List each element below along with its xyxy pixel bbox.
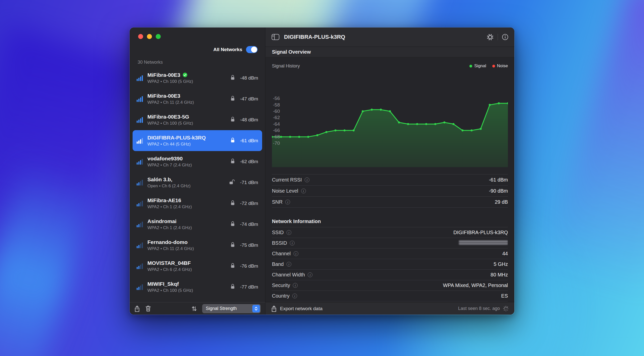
sort-dropdown[interactable]: Signal Strength <box>202 304 261 313</box>
network-list-item[interactable]: DIGIFIBRA-PLUS-k3RQWPA2 • Ch 44 (5 GHz)-… <box>133 130 262 151</box>
network-text-group: MiFibra-00E3WPA2 • Ch 100 (5 GHz) <box>147 72 226 84</box>
unlock-icon <box>229 179 235 186</box>
all-networks-label: All Networks <box>213 47 242 52</box>
row-value: DIGIFIBRA-PLUS-k3RQ <box>453 230 508 235</box>
wifi-signal-bars-icon <box>137 117 143 123</box>
info-icon[interactable]: i <box>292 294 297 298</box>
network-list-item[interactable]: MIWIFI_SkqfWPA2 • Ch 100 (5 GHz)-77 dBm <box>133 276 262 297</box>
lock-icon <box>230 96 235 102</box>
info-button[interactable] <box>502 34 508 40</box>
rssi-value: -75 dBm <box>237 242 258 248</box>
row-label: Current RSSI <box>272 177 302 183</box>
info-icon[interactable]: i <box>290 241 295 245</box>
network-list-item[interactable]: MiFibra-AE16WPA2 • Ch 1 (2.4 GHz)-72 dBm <box>133 193 262 214</box>
titlebar-separator <box>498 34 498 40</box>
network-list-item[interactable]: MiFibra-00E3-5GWPA2 • Ch 100 (5 GHz)-48 … <box>133 109 262 130</box>
lock-icon <box>230 200 235 206</box>
lock-icon <box>230 137 235 144</box>
wifi-signal-bars-icon <box>137 158 143 165</box>
row-label-group: SSIDi <box>272 230 291 235</box>
detail-footer: Export network data Last seen 8 sec. ago <box>265 302 514 315</box>
network-list-item[interactable]: vodafone9390WPA2 • Ch 7 (2.4 GHz)-62 dBm <box>133 151 262 172</box>
network-text-group: DIGIFIBRA-PLUS-k3RQWPA2 • Ch 44 (5 GHz) <box>147 135 226 147</box>
network-text-group: vodafone9390WPA2 • Ch 7 (2.4 GHz) <box>147 156 226 168</box>
svg-text:-64: -64 <box>273 121 280 127</box>
all-networks-row: All Networks <box>138 46 258 53</box>
network-list-item[interactable]: Fernando-domoWPA2 • Ch 11 (2.4 GHz)-75 d… <box>133 235 262 256</box>
detail-row: SecurityiWPA Mixed, WPA2, Personal <box>272 280 508 291</box>
detail-row: Channeli44 <box>272 248 508 259</box>
sort-direction-button[interactable] <box>191 305 197 312</box>
info-icon[interactable]: i <box>287 262 291 267</box>
rssi-value: -48 dBm <box>237 117 258 123</box>
network-name: Asindromai <box>147 218 177 224</box>
network-security-channel: WPA2 • Ch 11 (2.4 GHz) <box>147 100 226 105</box>
wifi-signal-bars-icon <box>137 200 143 207</box>
close-window-button[interactable] <box>138 34 143 39</box>
legend-noise: Noise <box>492 63 508 68</box>
info-icon[interactable]: i <box>285 200 290 204</box>
rssi-value: -76 dBm <box>237 263 258 269</box>
svg-text:-58: -58 <box>273 102 280 108</box>
row-label-group: Channel Widthi <box>272 272 312 278</box>
network-list-item[interactable]: Salón 3.b,Open • Ch 6 (2.4 GHz)-71 dBm <box>133 172 262 193</box>
export-network-data-button[interactable]: Export network data <box>280 306 323 311</box>
toggle-sidebar-button[interactable] <box>271 34 279 40</box>
settings-icon[interactable] <box>487 34 494 41</box>
noise-dot-icon <box>492 65 495 67</box>
lock-icon <box>230 263 235 269</box>
share-button[interactable] <box>134 305 140 312</box>
sidebar-titlebar[interactable]: All Networks <box>130 27 265 53</box>
last-seen-group: Last seen 8 sec. ago <box>458 306 509 312</box>
network-right-group: -62 dBm <box>230 158 258 165</box>
network-right-group: -76 dBm <box>230 263 258 269</box>
rssi-value: -77 dBm <box>237 284 258 290</box>
network-list-item[interactable]: MiFibra-00E3WPA2 • Ch 100 (5 GHz)-48 dBm <box>133 67 262 88</box>
info-icon[interactable]: i <box>308 272 312 277</box>
signal-stats: Current RSSIi-61 dBmNoise Leveli-90 dBmS… <box>272 174 508 208</box>
network-security-channel: Open • Ch 6 (2.4 GHz) <box>147 184 225 189</box>
network-list-item[interactable]: AsindromaiWPA2 • Ch 1 (2.4 GHz)-74 dBm <box>133 214 262 235</box>
network-security-channel: WPA2 • Ch 1 (2.4 GHz) <box>147 204 226 209</box>
row-label: Channel Width <box>272 272 305 278</box>
row-value: -61 dBm <box>489 177 508 183</box>
network-right-group: -72 dBm <box>230 200 258 206</box>
row-value: -90 dBm <box>489 188 508 194</box>
network-text-group: AsindromaiWPA2 • Ch 1 (2.4 GHz) <box>147 218 226 230</box>
detail-row: Current RSSIi-61 dBm <box>272 174 508 186</box>
network-information-rows: SSIDiDIGIFIBRA-PLUS-k3RQBSSIDiChanneli44… <box>272 227 508 302</box>
legend-label: Signal <box>474 63 486 68</box>
network-text-group: MiFibra-AE16WPA2 • Ch 1 (2.4 GHz) <box>147 197 226 209</box>
svg-text:-60: -60 <box>273 109 280 114</box>
wifi-app-window: All Networks 30 Networks MiFibra-00E3WPA… <box>129 27 515 315</box>
detail-titlebar[interactable]: DIGIFIBRA-PLUS-k3RQ <box>265 27 514 47</box>
info-icon[interactable]: i <box>294 251 298 256</box>
network-name: DIGIFIBRA-PLUS-k3RQ <box>147 135 206 141</box>
info-icon[interactable]: i <box>287 230 291 235</box>
detail-row: Channel Widthi80 MHz <box>272 270 508 280</box>
network-list-item[interactable]: MOVISTAR_04BFWPA2 • Ch 6 (2.4 GHz)-76 dB… <box>133 256 262 276</box>
info-icon[interactable]: i <box>305 177 309 182</box>
window-controls <box>138 34 258 39</box>
delete-button[interactable] <box>145 305 151 312</box>
network-text-group: MiFibra-00E3-5GWPA2 • Ch 100 (5 GHz) <box>147 114 226 126</box>
network-security-channel: WPA2 • Ch 1 (2.4 GHz) <box>147 225 226 230</box>
signal-overview-header: Signal Overview <box>265 47 514 57</box>
selected-network-title: DIGIFIBRA-PLUS-k3RQ <box>284 34 482 40</box>
all-networks-toggle[interactable] <box>246 46 258 53</box>
zoom-window-button[interactable] <box>156 34 161 39</box>
row-label-group: SNRi <box>272 199 290 205</box>
network-list-item[interactable]: MiFibra-00E3WPA2 • Ch 11 (2.4 GHz)-47 dB… <box>133 88 262 109</box>
rssi-value: -61 dBm <box>237 138 258 144</box>
row-value <box>459 240 508 246</box>
rssi-value: -62 dBm <box>237 159 258 164</box>
info-icon[interactable]: i <box>293 283 298 288</box>
verified-checkmark-icon <box>183 73 187 77</box>
network-right-group: -47 dBm <box>230 96 258 102</box>
row-value: ES <box>501 293 508 299</box>
minimize-window-button[interactable] <box>147 34 152 39</box>
info-icon[interactable]: i <box>301 189 306 193</box>
svg-text:-70: -70 <box>273 140 280 146</box>
network-right-group: -71 dBm <box>229 179 258 186</box>
export-icon <box>271 305 277 312</box>
